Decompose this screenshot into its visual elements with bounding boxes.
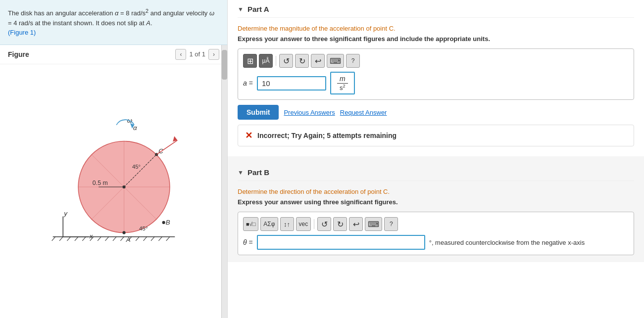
part-a-action-row: Submit Previous Answers Request Answer [238,105,634,120]
part-b-collapse-icon: ▼ [238,169,244,176]
svg-line-9 [82,236,86,240]
scrollbar-thumb [222,50,227,80]
part-a-math-label: a = [243,79,253,87]
part-a-collapse-icon: ▼ [238,6,244,13]
part-a-instruction: Express your answer to three significant… [238,35,634,43]
svg-line-17 [143,236,147,240]
svg-text:B: B [165,219,170,226]
figure-canvas: y x [0,64,227,272]
keyboard-button[interactable]: ⌨ [327,54,344,68]
figure-section: Figure ‹ 1 of 1 › y x [0,45,227,318]
part-a-feedback-box: ✕ Incorrect; Try Again; 5 attempts remai… [238,125,634,146]
figure-link[interactable]: (Figure 1) [8,29,36,36]
keyboard-b-button[interactable]: ⌨ [365,217,382,231]
help-button[interactable]: ? [346,54,360,68]
grid-button[interactable]: ⊞ [243,54,257,68]
svg-line-19 [158,236,162,240]
figure-diagram: y x [25,74,203,262]
problem-text-box: The disk has an angular acceleration α =… [0,0,227,45]
part-a-label: Part A [248,5,269,13]
part-b-header[interactable]: ▼ Part B [238,163,634,181]
undo-button[interactable]: ↺ [279,54,293,68]
figure-header: Figure ‹ 1 of 1 › [0,45,227,64]
svg-point-33 [122,231,125,234]
part-b-question: Determine the direction of the accelerat… [238,188,634,195]
arrows-button[interactable]: ↕↑ [280,217,294,231]
svg-text:0.5 m: 0.5 m [92,180,107,186]
left-panel: The disk has an angular acceleration α =… [0,0,228,318]
theta-suffix: °, measured counterclockwise from the ne… [429,239,585,246]
matrix-button[interactable]: ■√□ [243,217,258,231]
feedback-error-icon: ✕ [245,130,252,141]
redo-b-button[interactable]: ↻ [333,217,347,231]
svg-line-7 [67,236,70,240]
feedback-text: Incorrect; Try Again; 5 attempts remaini… [257,132,396,139]
redo-button[interactable]: ↻ [295,54,309,68]
right-panel: ▼ Part A Determine the magnitude of the … [228,0,644,318]
theta-input[interactable] [257,235,425,250]
undo-b-button[interactable]: ↺ [317,217,331,231]
svg-line-5 [51,236,55,240]
part-a-fraction: m s2 [330,72,355,94]
figure-nav: ‹ 1 of 1 › [175,49,219,60]
mu-button[interactable]: μÅ [259,54,273,68]
theta-label: θ = [243,238,253,246]
figure-title: Figure [8,50,29,58]
part-b-math-container: ■√□ ΑΣφ ↕↑ vec ↺ ↻ ↩ ⌨ ? θ = °, measured… [238,212,634,255]
svg-text:x: x [89,232,93,240]
toolbar-separator-1 [276,56,276,66]
figure-next-button[interactable]: › [208,49,219,60]
part-a-section: ▼ Part A Determine the magnitude of the … [238,0,634,146]
svg-text:y: y [63,209,68,217]
part-a-value-input[interactable] [257,76,326,91]
svg-text:A: A [125,236,130,243]
problem-statement: The disk has an angular acceleration α =… [8,9,214,27]
part-b-label: Part B [248,168,269,177]
request-answer-button[interactable]: Request Answer [340,109,387,116]
part-a-header[interactable]: ▼ Part A [238,0,634,18]
svg-point-35 [162,221,165,224]
reset-button[interactable]: ↩ [311,54,325,68]
svg-line-8 [74,236,78,240]
part-a-question: Determine the magnitude of the accelerat… [238,25,634,32]
fraction-denominator: s2 [340,84,346,91]
svg-line-11 [98,236,101,240]
svg-line-6 [59,236,63,240]
svg-line-16 [136,236,139,240]
svg-line-14 [120,236,124,240]
part-a-math-container: ⊞ μÅ ↺ ↻ ↩ ⌨ ? a = m s2 [238,48,634,100]
svg-line-18 [150,236,154,240]
figure-prev-button[interactable]: ‹ [175,49,186,60]
reset-b-button[interactable]: ↩ [349,217,363,231]
part-a-toolbar: ⊞ μÅ ↺ ↻ ↩ ⌨ ? [243,54,629,68]
part-b-toolbar: ■√□ ΑΣφ ↕↑ vec ↺ ↻ ↩ ⌨ ? [243,217,629,231]
svg-text:45°: 45° [139,226,148,231]
fraction-numerator: m [337,75,348,84]
part-a-entry-row: a = m s2 [243,72,629,94]
svg-line-12 [105,236,108,240]
vector-button[interactable]: vec [296,217,311,231]
svg-text:45°: 45° [132,164,140,170]
previous-answers-button[interactable]: Previous Answers [284,109,335,116]
svg-line-13 [112,236,116,240]
part-b-section: ▼ Part B Determine the direction of the … [228,156,644,262]
greek-button[interactable]: ΑΣφ [260,217,278,231]
part-a-submit-button[interactable]: Submit [238,105,279,120]
part-b-instruction: Express your answer using three signific… [238,198,634,206]
figure-page: 1 of 1 [189,50,205,58]
svg-line-20 [166,236,169,240]
toolbar-separator-b1 [314,219,314,229]
help-b-button[interactable]: ? [384,217,398,231]
part-b-entry-row: θ = °, measured counterclockwise from th… [243,235,629,250]
figure-scrollbar[interactable] [221,45,227,318]
